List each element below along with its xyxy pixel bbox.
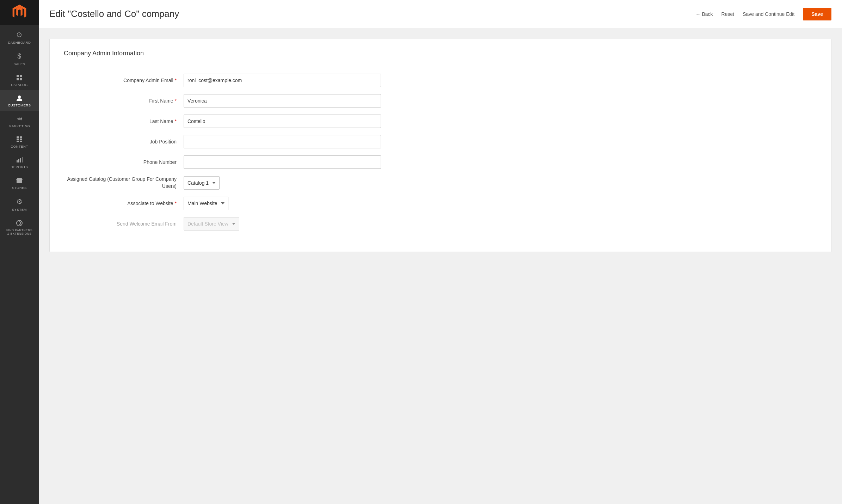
form-row-assigned-catalog: Assigned Catalog (Customer Group For Com… (64, 176, 817, 190)
svg-rect-13 (20, 158, 21, 162)
sidebar-item-customers[interactable]: CUSTOMERS (0, 90, 39, 111)
save-button[interactable]: Save (803, 8, 831, 20)
svg-rect-10 (20, 141, 22, 142)
sidebar-item-sales[interactable]: $ SALES (0, 48, 39, 69)
form-row-welcome-email: Send Welcome Email From Default Store Vi… (64, 217, 817, 231)
sidebar-item-reports[interactable]: REPORTS (0, 152, 39, 172)
sidebar-item-label: SYSTEM (12, 208, 27, 211)
sidebar-item-stores[interactable]: STORES (0, 173, 39, 193)
svg-rect-7 (17, 139, 19, 140)
system-icon: ⚙ (16, 197, 23, 206)
form-row-phone-number: Phone Number (64, 155, 817, 169)
svg-rect-2 (17, 78, 19, 80)
associate-website-wrapper: Main Website (184, 197, 228, 210)
label-last-name: Last Name (64, 118, 184, 124)
dashboard-icon: ⊙ (16, 30, 23, 39)
sidebar-item-system[interactable]: ⚙ SYSTEM (0, 193, 39, 215)
label-welcome-email: Send Welcome Email From (64, 221, 184, 227)
svg-rect-0 (17, 75, 19, 77)
company-admin-email-input[interactable] (184, 74, 381, 87)
sidebar-item-dashboard[interactable]: ⊙ DASHBOARD (0, 26, 39, 48)
sidebar-item-marketing[interactable]: MARKETING (0, 111, 39, 131)
form-card: Company Admin Information Company Admin … (49, 39, 831, 252)
svg-rect-14 (22, 157, 23, 162)
sales-icon: $ (17, 52, 21, 60)
save-continue-button[interactable]: Save and Continue Edit (743, 11, 794, 17)
customers-icon (16, 94, 23, 102)
sidebar-item-label: CUSTOMERS (8, 103, 31, 107)
content-icon (16, 136, 23, 143)
reports-icon (16, 156, 23, 163)
label-phone-number: Phone Number (64, 159, 184, 165)
catalog-icon (16, 74, 23, 81)
svg-rect-1 (20, 75, 22, 77)
reset-button[interactable]: Reset (721, 11, 735, 17)
welcome-email-wrapper: Default Store View (184, 217, 239, 231)
label-associate-website: Associate to Website (64, 201, 184, 206)
section-divider (64, 63, 817, 63)
sidebar-item-label: CONTENT (11, 145, 28, 148)
page-title: Edit "Costello and Co" company (49, 8, 689, 19)
form-row-job-position: Job Position (64, 135, 817, 148)
svg-rect-6 (20, 136, 22, 138)
svg-point-4 (18, 96, 21, 98)
label-company-admin-email: Company Admin Email (64, 78, 184, 83)
phone-number-input[interactable] (184, 155, 381, 169)
sidebar-item-catalog[interactable]: CATALOG (0, 70, 39, 90)
assigned-catalog-wrapper: Catalog 1 Catalog 2 General (184, 176, 220, 190)
magento-logo-icon (12, 5, 27, 20)
svg-rect-8 (20, 139, 22, 140)
content-area: Company Admin Information Company Admin … (39, 28, 842, 504)
form-row-email: Company Admin Email (64, 74, 817, 87)
form-row-last-name: Last Name (64, 115, 817, 128)
svg-rect-15 (17, 180, 22, 183)
main-content: Edit "Costello and Co" company ← Back Re… (39, 0, 842, 504)
sidebar-item-label: DASHBOARD (8, 41, 31, 44)
assigned-catalog-select[interactable]: Catalog 1 Catalog 2 General (184, 176, 220, 190)
svg-rect-11 (17, 160, 18, 162)
welcome-email-select[interactable]: Default Store View (184, 217, 239, 231)
back-button[interactable]: ← Back (696, 11, 713, 17)
svg-rect-9 (17, 141, 19, 142)
label-job-position: Job Position (64, 139, 184, 145)
associate-website-select[interactable]: Main Website (184, 197, 228, 210)
last-name-input[interactable] (184, 115, 381, 128)
first-name-input[interactable] (184, 94, 381, 107)
label-assigned-catalog: Assigned Catalog (Customer Group For Com… (64, 176, 184, 190)
sidebar-item-label: FIND PARTNERS& EXTENSIONS (6, 228, 32, 235)
sidebar-item-label: REPORTS (11, 165, 28, 169)
marketing-icon (16, 115, 23, 122)
job-position-input[interactable] (184, 135, 381, 148)
sidebar-item-label: MARKETING (9, 124, 30, 128)
svg-rect-12 (18, 159, 19, 162)
stores-icon (16, 177, 23, 184)
header: Edit "Costello and Co" company ← Back Re… (39, 0, 842, 28)
sidebar-item-label: CATALOG (11, 83, 28, 87)
sidebar: ⊙ DASHBOARD $ SALES CATALOG CUSTOMERS MA… (0, 0, 39, 504)
sidebar-logo[interactable] (0, 0, 39, 25)
svg-rect-3 (20, 78, 22, 80)
form-row-associate-website: Associate to Website Main Website (64, 197, 817, 210)
svg-point-16 (17, 220, 22, 226)
section-title: Company Admin Information (64, 50, 817, 57)
sidebar-item-content[interactable]: CONTENT (0, 131, 39, 152)
sidebar-item-label: STORES (12, 186, 27, 190)
header-actions: ← Back Reset Save and Continue Edit Save (696, 8, 831, 20)
sidebar-item-find-partners[interactable]: FIND PARTNERS& EXTENSIONS (0, 215, 39, 239)
svg-rect-5 (17, 136, 19, 138)
form-row-first-name: First Name (64, 94, 817, 107)
label-first-name: First Name (64, 98, 184, 104)
find-partners-icon (16, 220, 23, 227)
sidebar-item-label: SALES (13, 62, 25, 66)
